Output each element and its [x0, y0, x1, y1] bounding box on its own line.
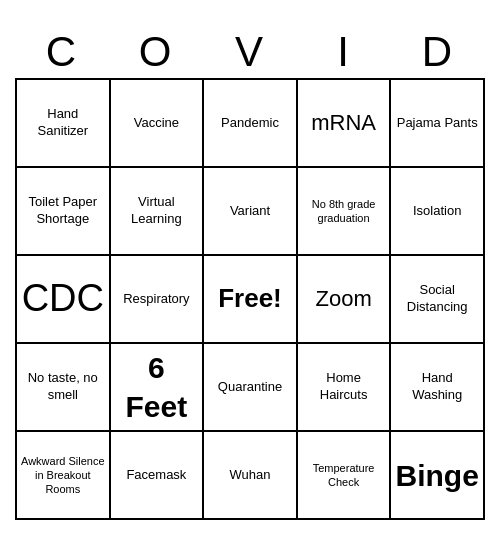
header-letter: O [109, 24, 203, 78]
bingo-cell-r0-c3: mRNA [298, 80, 392, 168]
bingo-cell-r3-c4: Hand Washing [391, 344, 485, 432]
bingo-cell-r4-c0: Awkward Silence in Breakout Rooms [17, 432, 111, 520]
bingo-cell-r1-c0: Toilet Paper Shortage [17, 168, 111, 256]
bingo-cell-r2-c3: Zoom [298, 256, 392, 344]
bingo-cell-r1-c4: Isolation [391, 168, 485, 256]
bingo-card: COVID Hand SanitizerVaccinePandemicmRNAP… [15, 24, 485, 520]
bingo-cell-r0-c4: Pajama Pants [391, 80, 485, 168]
bingo-cell-r3-c1: 6 Feet [111, 344, 205, 432]
bingo-cell-r4-c1: Facemask [111, 432, 205, 520]
bingo-cell-r3-c0: No taste, no smell [17, 344, 111, 432]
bingo-cell-r0-c2: Pandemic [204, 80, 298, 168]
bingo-cell-r2-c0: CDC [17, 256, 111, 344]
header-letter: V [203, 24, 297, 78]
header-letter: D [391, 24, 485, 78]
bingo-cell-r1-c3: No 8th grade graduation [298, 168, 392, 256]
bingo-header: COVID [15, 24, 485, 78]
bingo-cell-r4-c3: Temperature Check [298, 432, 392, 520]
bingo-cell-r3-c3: Home Haircuts [298, 344, 392, 432]
bingo-cell-r0-c0: Hand Sanitizer [17, 80, 111, 168]
bingo-cell-r2-c2: Free! [204, 256, 298, 344]
header-letter: C [15, 24, 109, 78]
bingo-cell-r4-c2: Wuhan [204, 432, 298, 520]
bingo-grid: Hand SanitizerVaccinePandemicmRNAPajama … [15, 78, 485, 520]
bingo-cell-r1-c2: Variant [204, 168, 298, 256]
bingo-cell-r0-c1: Vaccine [111, 80, 205, 168]
bingo-cell-r2-c1: Respiratory [111, 256, 205, 344]
header-letter: I [297, 24, 391, 78]
bingo-cell-r2-c4: Social Distancing [391, 256, 485, 344]
bingo-cell-r4-c4: Binge [391, 432, 485, 520]
bingo-cell-r3-c2: Quarantine [204, 344, 298, 432]
bingo-cell-r1-c1: Virtual Learning [111, 168, 205, 256]
